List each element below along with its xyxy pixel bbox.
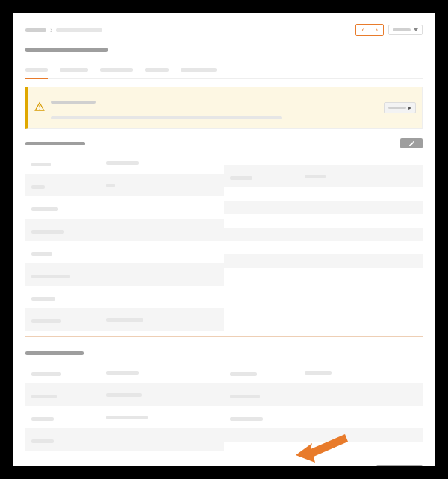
chevron-down-icon bbox=[414, 28, 418, 31]
warning-text bbox=[51, 93, 378, 122]
section1-left-col bbox=[25, 151, 224, 331]
tabs bbox=[25, 61, 423, 79]
actions-dropdown[interactable] bbox=[388, 25, 423, 35]
pager-wrap: ‹ › bbox=[355, 24, 423, 36]
items-header bbox=[25, 465, 423, 466]
chevron-right-icon: › bbox=[50, 26, 52, 34]
breadcrumb-root[interactable] bbox=[25, 28, 46, 32]
section1-grid bbox=[25, 151, 423, 331]
chevron-right-icon: ▸ bbox=[408, 104, 411, 111]
page-title bbox=[25, 42, 423, 55]
next-button[interactable]: › bbox=[370, 25, 383, 35]
breadcrumb: › bbox=[25, 26, 102, 34]
top-row: › ‹ › bbox=[25, 24, 423, 36]
breadcrumb-current bbox=[56, 28, 102, 32]
prev-button[interactable]: ‹ bbox=[356, 25, 370, 35]
tab-3[interactable] bbox=[100, 61, 133, 75]
warning-triangle-icon bbox=[34, 101, 45, 115]
divider bbox=[25, 457, 423, 457]
section2-grid bbox=[25, 361, 423, 451]
pager: ‹ › bbox=[355, 24, 384, 36]
tab-2[interactable] bbox=[60, 61, 88, 75]
warning-action-button[interactable]: ▸ bbox=[384, 102, 416, 113]
items-action-button[interactable] bbox=[376, 465, 423, 466]
warning-banner: ▸ bbox=[25, 87, 423, 129]
dropdown-label bbox=[393, 28, 411, 31]
pencil-icon bbox=[408, 140, 415, 147]
section2-right-col bbox=[224, 361, 423, 451]
section2-heading bbox=[25, 345, 423, 358]
divider bbox=[25, 336, 423, 337]
tab-1[interactable] bbox=[25, 61, 48, 75]
section1-heading bbox=[25, 142, 85, 145]
section2-left-col bbox=[25, 361, 224, 451]
page: › ‹ › bbox=[13, 13, 435, 466]
edit-button[interactable] bbox=[400, 138, 423, 148]
section1-header bbox=[25, 138, 423, 148]
section1-right-col bbox=[224, 151, 423, 331]
tab-4[interactable] bbox=[145, 61, 169, 75]
tab-5[interactable] bbox=[181, 61, 217, 75]
